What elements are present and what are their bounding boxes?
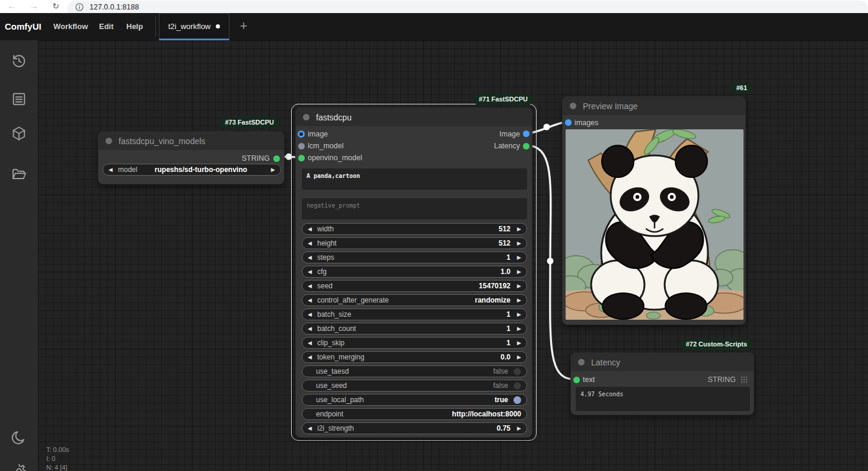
output-dot-string[interactable]	[273, 155, 280, 162]
decrement-arrow-icon[interactable]: ◀	[308, 311, 316, 317]
input-dot-text[interactable]	[573, 377, 580, 383]
increment-arrow-icon[interactable]: ▶	[513, 240, 521, 246]
widget-use-taesd[interactable]: use_taesd false	[302, 365, 527, 377]
perf-stats: T: 0.00s I: 0 N: 4 [4]	[46, 445, 69, 471]
widget-seed[interactable]: ◀ seed 15470192 ▶	[302, 280, 527, 292]
theme-toggle-icon[interactable]	[11, 429, 27, 446]
node-title-bar[interactable]: Latency	[571, 353, 754, 371]
collapse-dot-icon[interactable]	[570, 103, 576, 109]
node-preview-image[interactable]: Preview Image images	[562, 96, 746, 325]
negative-prompt-textarea[interactable]: negative_prompt	[302, 198, 527, 219]
site-info-icon[interactable]	[75, 3, 84, 11]
menu-workflow[interactable]: Workflow	[53, 13, 88, 40]
node-title-bar[interactable]: fastsdcpu_vino_models	[98, 132, 284, 150]
settings-gear-icon[interactable]	[11, 463, 27, 471]
node-title-bar[interactable]: fastsdcpu	[296, 108, 532, 126]
widget-batch-size[interactable]: ◀ batch_size 1 ▶	[302, 308, 527, 320]
increment-arrow-icon[interactable]: ▶	[513, 425, 521, 431]
decrement-arrow-icon[interactable]: ◀	[308, 240, 316, 246]
widget-control-after-generate[interactable]: ◀ control_after_generate randomize ▶	[302, 294, 527, 306]
decrement-arrow-icon[interactable]: ◀	[308, 254, 316, 260]
input-dot-images[interactable]	[565, 119, 572, 126]
menu-help[interactable]: Help	[126, 13, 143, 40]
collapse-dot-icon[interactable]	[578, 359, 585, 365]
increment-arrow-icon[interactable]: ▶	[513, 269, 521, 275]
widget-use-seed[interactable]: use_seed false	[302, 380, 527, 392]
node-fastsdcpu-vino-models[interactable]: fastsdcpu_vino_models STRING ◀ model rup…	[98, 131, 285, 184]
increment-arrow-icon[interactable]: ▶	[513, 226, 521, 232]
input-label: openvino_model	[308, 154, 362, 162]
widget-label: seed	[317, 282, 333, 290]
decrement-arrow-icon[interactable]: ◀	[308, 226, 316, 232]
decrement-arrow-icon[interactable]: ◀	[308, 269, 316, 275]
widget-value: 1	[351, 310, 510, 319]
increment-arrow-icon[interactable]: ▶	[513, 354, 521, 360]
comfyui-logo[interactable]: ComfyUI	[5, 13, 42, 40]
widget-label: width	[317, 225, 334, 233]
widget-value: true	[364, 396, 508, 404]
decrement-arrow-icon[interactable]: ◀	[308, 340, 316, 346]
decrement-arrow-icon[interactable]: ◀	[308, 354, 316, 360]
model-combo-widget[interactable]: ◀ model rupeshs/sd-turbo-openvino ▶	[103, 164, 281, 176]
unsaved-dot-icon	[216, 24, 220, 28]
decrement-arrow-icon[interactable]: ◀	[108, 167, 117, 173]
url-text[interactable]: 127.0.0.1:8188	[90, 2, 139, 12]
prompt-textarea[interactable]: A panda,cartoon	[302, 168, 527, 190]
widget-batch-count[interactable]: ◀ batch_count 1 ▶	[302, 323, 527, 335]
widget-width[interactable]: ◀ width 512 ▶	[302, 223, 527, 235]
widget-steps[interactable]: ◀ steps 1 ▶	[302, 252, 527, 263]
input-dot-image[interactable]	[298, 131, 305, 138]
increment-arrow-icon[interactable]: ▶	[513, 311, 521, 317]
grip-dots-icon[interactable]	[741, 376, 748, 383]
widget-token-merging[interactable]: ◀ token_merging 0.0 ▶	[302, 351, 527, 363]
forward-icon[interactable]: →	[27, 0, 41, 13]
input-dot-lcm-model[interactable]	[298, 143, 305, 149]
widget-clip-skip[interactable]: ◀ clip_skip 1 ▶	[302, 337, 527, 349]
node-library-icon[interactable]	[11, 125, 27, 142]
reload-icon[interactable]: ↻	[49, 0, 63, 13]
stat-time: T: 0.00s	[46, 445, 69, 454]
widget-use-local-path[interactable]: use_local_path true	[302, 394, 527, 406]
output-label: Latency	[494, 142, 520, 150]
increment-arrow-icon[interactable]: ▶	[513, 254, 521, 260]
widget-value: 1	[344, 339, 510, 347]
menu-edit[interactable]: Edit	[99, 13, 114, 40]
node-latency[interactable]: Latency text STRING 4.97 Seconds	[570, 352, 754, 415]
collapse-dot-icon[interactable]	[106, 138, 112, 144]
toggle-off-icon[interactable]	[513, 382, 521, 390]
new-workflow-button[interactable]: +	[235, 13, 253, 40]
increment-arrow-icon[interactable]: ▶	[513, 297, 521, 303]
history-icon[interactable]	[11, 52, 27, 69]
toggle-on-icon[interactable]	[513, 396, 521, 404]
decrement-arrow-icon[interactable]: ◀	[308, 283, 316, 289]
toggle-off-icon[interactable]	[513, 368, 521, 375]
input-dot-openvino-model[interactable]	[298, 155, 305, 161]
increment-arrow-icon[interactable]: ▶	[513, 283, 521, 289]
tab-t2i-workflow[interactable]: t2i_workflow	[159, 13, 229, 40]
widget-height[interactable]: ◀ height 512 ▶	[302, 237, 527, 249]
workflows-folder-icon[interactable]	[11, 166, 27, 183]
increment-arrow-icon[interactable]: ▶	[267, 167, 275, 173]
node-title-text: Preview Image	[583, 101, 638, 111]
output-dot-latency[interactable]	[523, 143, 529, 149]
back-icon[interactable]: ←	[5, 0, 19, 13]
widget-endpoint[interactable]: endpoint http://localhost:8000	[302, 408, 527, 420]
widget-i2i-strength[interactable]: ◀ i2i_strength 0.75 ▶	[302, 422, 527, 434]
increment-arrow-icon[interactable]: ▶	[513, 340, 521, 346]
input-slot-text: text	[583, 374, 595, 386]
collapse-dot-icon[interactable]	[303, 114, 309, 120]
widget-cfg[interactable]: ◀ cfg 1.0 ▶	[302, 266, 527, 278]
panda-illustration	[566, 129, 743, 320]
increment-arrow-icon[interactable]: ▶	[513, 326, 521, 332]
node-title-bar[interactable]: Preview Image	[563, 97, 745, 115]
latency-output-textarea[interactable]: 4.97 Seconds	[576, 387, 750, 411]
output-dot-image[interactable]	[523, 131, 529, 137]
input-slot-openvino-model: openvino_model	[308, 152, 362, 164]
decrement-arrow-icon[interactable]: ◀	[308, 425, 316, 431]
decrement-arrow-icon[interactable]: ◀	[308, 297, 316, 303]
queue-icon[interactable]	[11, 91, 27, 107]
input-slot-lcm-model: lcm_model	[308, 140, 343, 152]
node-fastsdcpu[interactable]: fastsdcpu image lcm_model openvino_model…	[295, 107, 532, 438]
widget-label: control_after_generate	[317, 296, 389, 304]
decrement-arrow-icon[interactable]: ◀	[308, 326, 316, 332]
